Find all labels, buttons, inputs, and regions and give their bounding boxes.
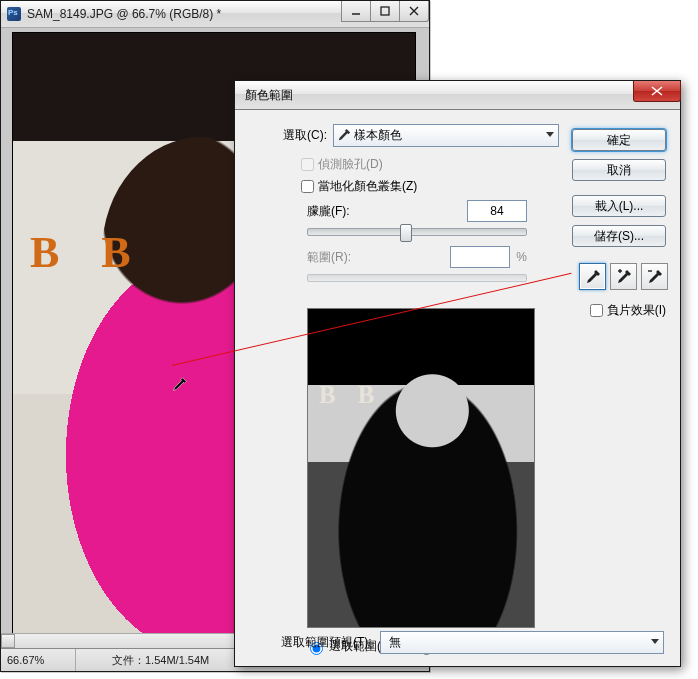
eyedropper-subtract-tool[interactable] [641,263,668,290]
eyedropper-cursor-icon [170,376,188,394]
chevron-down-icon [546,132,554,137]
svg-rect-1 [381,7,389,15]
dialog-close-button[interactable] [633,81,681,102]
eyedropper-tool[interactable] [579,263,606,290]
detect-faces-input [301,158,314,171]
invert-input[interactable] [590,304,603,317]
select-label: 選取(C): [283,127,327,144]
close-button[interactable] [399,1,429,22]
fuzziness-slider-thumb[interactable] [400,224,412,242]
select-combobox[interactable]: 樣本顏色 [333,124,559,147]
maximize-button[interactable] [370,1,400,22]
selection-preview-value: 無 [389,634,401,651]
background-letters: BB [30,227,173,278]
minimize-button[interactable] [341,1,371,22]
range-label: 範圍(R): [307,249,351,266]
invert-label: 負片效果(I) [607,302,666,319]
document-titlebar[interactable]: SAM_8149.JPG @ 66.7% (RGB/8) * [1,1,429,28]
eyedropper-icon [337,128,351,142]
select-value: 樣本顏色 [354,127,402,144]
cancel-button[interactable]: 取消 [572,159,666,181]
eyedropper-icon [585,269,601,285]
dialog-button-column: 確定 取消 載入(L)... 儲存(S)... [572,129,666,247]
dialog-title: 顏色範圍 [235,87,633,104]
eyedropper-tools [579,263,668,290]
fuzziness-slider[interactable] [307,228,527,236]
fuzziness-input[interactable] [467,200,527,222]
eyedropper-add-tool[interactable] [610,263,637,290]
selection-preview-label: 選取範圍預視(T): [281,634,372,651]
meta-value: 1.54M/1.54M [145,654,209,666]
selection-preview-combobox[interactable]: 無 [380,631,664,654]
localized-clusters-label: 當地化顏色叢集(Z) [318,178,417,195]
dialog-titlebar[interactable]: 顏色範圍 [235,81,680,110]
range-input [450,246,510,268]
invert-checkbox[interactable]: 負片效果(I) [586,301,666,320]
range-slider [307,274,527,282]
meta-label: 文件： [112,654,145,666]
preview-letters: BB [319,381,396,409]
color-range-dialog: 顏色範圍 選取(C): 樣本顏色 偵測臉孔(D) 當地化顏色叢集(Z) [234,80,681,667]
save-button[interactable]: 儲存(S)... [572,225,666,247]
chevron-down-icon [651,639,659,644]
fuzziness-label: 朦朧(F): [307,203,350,220]
document-title: SAM_8149.JPG @ 66.7% (RGB/8) * [27,7,342,21]
localized-clusters-input[interactable] [301,180,314,193]
eyedropper-minus-icon [647,269,663,285]
detect-faces-label: 偵測臉孔(D) [318,156,383,173]
eyedropper-plus-icon [616,269,632,285]
ok-button[interactable]: 確定 [572,129,666,151]
document-meta: 文件：1.54M/1.54M [76,653,209,668]
photoshop-icon [7,7,21,21]
range-unit: % [516,250,527,264]
load-button[interactable]: 載入(L)... [572,195,666,217]
selection-preview[interactable]: BB [307,308,535,628]
zoom-level[interactable]: 66.67% [1,649,76,671]
